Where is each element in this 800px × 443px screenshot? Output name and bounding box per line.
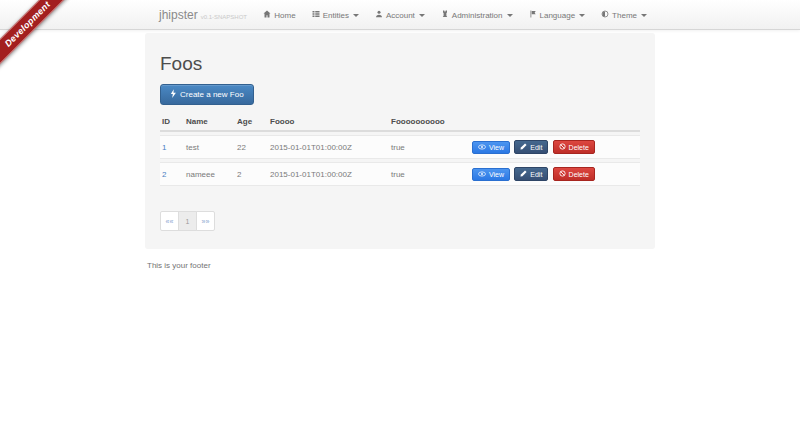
header-id: ID — [160, 114, 184, 132]
user-icon — [375, 10, 383, 20]
nav-item-theme[interactable]: Theme — [593, 0, 655, 30]
ban-circle-icon — [559, 143, 566, 151]
nav-label: Theme — [612, 11, 637, 20]
table-row: 1 test 22 2015-01-01T01:00:00Z true View… — [160, 135, 640, 159]
cell-foooo: 2015-01-01T01:00:00Z — [268, 162, 389, 186]
header-age: Age — [235, 114, 268, 132]
chevron-down-icon — [353, 14, 359, 17]
table-header-row: ID Name Age Foooo Foooooooooo — [160, 114, 640, 132]
edit-button[interactable]: Edit — [514, 140, 548, 154]
delete-button[interactable]: Delete — [553, 140, 595, 154]
cell-age: 2 — [235, 162, 268, 186]
brand-link[interactable]: jhipster v0.1-SNAPSHOT — [145, 8, 247, 22]
first-page-button[interactable]: «« — [160, 211, 179, 231]
brand-name: jhipster — [159, 8, 198, 22]
tower-icon — [441, 10, 449, 20]
eye-icon — [478, 171, 486, 178]
home-icon — [263, 10, 271, 20]
pencil-icon — [520, 143, 527, 151]
cell-name: nameee — [184, 162, 235, 186]
table-row: 2 nameee 2 2015-01-01T01:00:00Z true Vie… — [160, 162, 640, 186]
nav-item-entities[interactable]: Entities — [304, 0, 367, 30]
header-actions — [470, 114, 640, 132]
footer-text: This is your footer — [145, 261, 655, 270]
brand-version: v0.1-SNAPSHOT — [201, 14, 247, 20]
page-title: Foos — [160, 53, 640, 75]
header-name: Name — [184, 114, 235, 132]
create-foo-button[interactable]: Create a new Foo — [160, 84, 254, 105]
pencil-icon — [520, 170, 527, 178]
delete-button[interactable]: Delete — [553, 167, 595, 181]
nav-label: Account — [386, 11, 415, 20]
chevron-down-icon — [419, 14, 425, 17]
eye-icon — [478, 144, 486, 151]
header-foooooooooo: Foooooooooo — [389, 114, 470, 132]
edit-button[interactable]: Edit — [514, 167, 548, 181]
nav-item-account[interactable]: Account — [367, 0, 433, 30]
pagination: «« 1 »» — [160, 211, 215, 231]
ban-circle-icon — [559, 170, 566, 178]
chevron-down-icon — [507, 14, 513, 17]
contrast-icon — [601, 10, 609, 20]
flash-icon — [170, 89, 177, 100]
cell-foooooooooo: true — [389, 162, 470, 186]
foos-panel: Foos Create a new Foo ID Name Age Foooo … — [145, 33, 655, 249]
flag-icon — [529, 10, 537, 20]
create-foo-label: Create a new Foo — [180, 90, 244, 99]
nav-label: Entities — [323, 11, 349, 20]
cell-foooooooooo: true — [389, 135, 470, 159]
row-id-link[interactable]: 2 — [162, 170, 166, 179]
last-page-button[interactable]: »» — [196, 211, 215, 231]
th-list-icon — [312, 10, 320, 20]
navbar: jhipster v0.1-SNAPSHOT Home Entities Acc… — [0, 0, 800, 30]
cell-age: 22 — [235, 135, 268, 159]
main-nav: Home Entities Account Administration Lan… — [255, 0, 655, 30]
cell-foooo: 2015-01-01T01:00:00Z — [268, 135, 389, 159]
nav-label: Language — [540, 11, 576, 20]
nav-item-home[interactable]: Home — [255, 0, 303, 30]
foos-table: ID Name Age Foooo Foooooooooo 1 test 22 … — [160, 111, 640, 189]
chevron-down-icon — [641, 14, 647, 17]
view-button[interactable]: View — [472, 141, 510, 154]
header-foooo: Foooo — [268, 114, 389, 132]
nav-label: Home — [274, 11, 295, 20]
current-page-button[interactable]: 1 — [178, 211, 197, 231]
view-button[interactable]: View — [472, 168, 510, 181]
nav-label: Administration — [452, 11, 503, 20]
chevron-down-icon — [579, 14, 585, 17]
nav-item-language[interactable]: Language — [521, 0, 594, 30]
row-id-link[interactable]: 1 — [162, 143, 166, 152]
nav-item-administration[interactable]: Administration — [433, 0, 521, 30]
cell-name: test — [184, 135, 235, 159]
